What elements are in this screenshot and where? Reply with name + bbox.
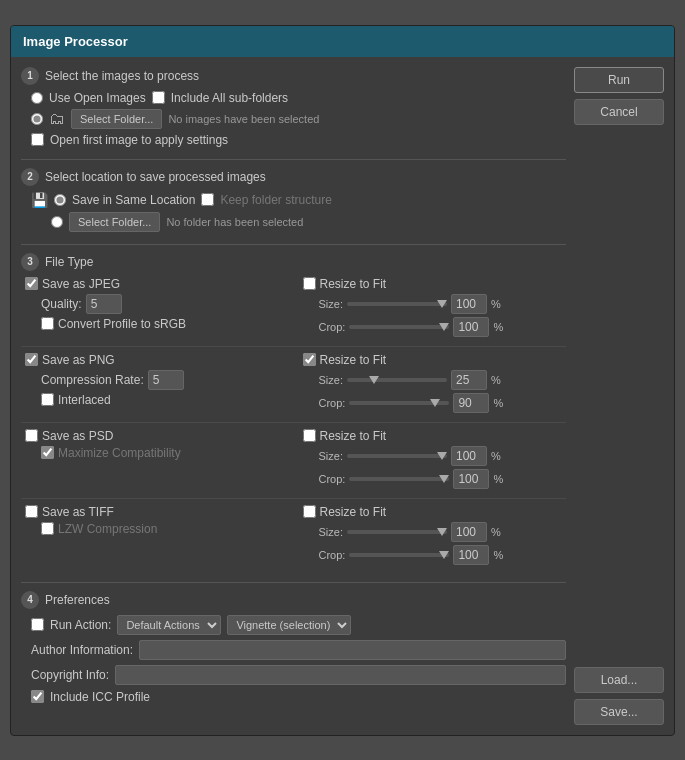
psd-block: Save as PSD Maximize Compatibility Resiz…: [21, 429, 566, 499]
tiff-crop-input[interactable]: [453, 545, 489, 565]
use-open-images-row: Use Open Images Include All sub-folders: [21, 91, 566, 105]
section-1: 1 Select the images to process Use Open …: [21, 67, 566, 160]
run-action-checkbox[interactable]: [31, 618, 44, 631]
save-jpeg-checkbox[interactable]: [25, 277, 38, 290]
tiff-crop-slider[interactable]: [349, 553, 449, 557]
png-compression-label: Compression Rate:: [41, 373, 144, 387]
jpeg-resize-row: Resize to Fit: [299, 277, 567, 291]
png-resize-label: Resize to Fit: [320, 353, 387, 367]
png-interlaced-checkbox[interactable]: [41, 393, 54, 406]
select-folder-radio[interactable]: [31, 113, 43, 125]
author-input[interactable]: [139, 640, 566, 660]
save-psd-checkbox[interactable]: [25, 429, 38, 442]
tiff-resize-label: Resize to Fit: [320, 505, 387, 519]
save-button[interactable]: Save...: [574, 699, 664, 725]
png-crop-row: Crop: %: [299, 393, 567, 413]
copyright-label: Copyright Info:: [31, 668, 109, 682]
step-2-circle: 2: [21, 168, 39, 186]
psd-resize-row: Resize to Fit: [299, 429, 567, 443]
run-button[interactable]: Run: [574, 67, 664, 93]
keep-folder-structure-checkbox[interactable]: [201, 193, 214, 206]
load-button[interactable]: Load...: [574, 667, 664, 693]
include-subfolders-label: Include All sub-folders: [171, 91, 288, 105]
tiff-save-row: Save as TIFF: [21, 505, 289, 519]
jpeg-convert-label: Convert Profile to sRGB: [58, 317, 186, 331]
png-compression-row: Compression Rate:: [21, 370, 289, 390]
save-png-checkbox[interactable]: [25, 353, 38, 366]
tiff-resize-row: Resize to Fit: [299, 505, 567, 519]
cancel-button[interactable]: Cancel: [574, 99, 664, 125]
save-same-location-row: 💾 Save in Same Location Keep folder stru…: [21, 192, 566, 208]
jpeg-quality-input[interactable]: [86, 294, 122, 314]
sidebar: Run Cancel Load... Save...: [574, 67, 664, 725]
open-first-image-row: Open first image to apply settings: [21, 133, 566, 147]
psd-resize-checkbox[interactable]: [303, 429, 316, 442]
step-1-circle: 1: [21, 67, 39, 85]
jpeg-quality-label: Quality:: [41, 297, 82, 311]
jpeg-save-row: Save as JPEG: [21, 277, 289, 291]
default-actions-select[interactable]: Default Actions: [117, 615, 221, 635]
include-icc-checkbox[interactable]: [31, 690, 44, 703]
folder-icon: 🗂: [49, 110, 65, 128]
save-same-location-radio[interactable]: [54, 194, 66, 206]
no-images-status: No images have been selected: [168, 113, 319, 125]
save-psd-label: Save as PSD: [42, 429, 113, 443]
include-subfolders-checkbox[interactable]: [152, 91, 165, 104]
png-size-row: Size: %: [299, 370, 567, 390]
psd-crop-input[interactable]: [453, 469, 489, 489]
select-folder-button[interactable]: Select Folder...: [71, 109, 162, 129]
tiff-size-label: Size:: [319, 526, 343, 538]
open-first-image-checkbox[interactable]: [31, 133, 44, 146]
png-size-slider[interactable]: [347, 378, 447, 382]
jpeg-resize-checkbox[interactable]: [303, 277, 316, 290]
psd-size-input[interactable]: [451, 446, 487, 466]
psd-crop-slider[interactable]: [349, 477, 449, 481]
psd-size-label: Size:: [319, 450, 343, 462]
run-action-label: Run Action:: [50, 618, 111, 632]
png-compression-input[interactable]: [148, 370, 184, 390]
section-1-title: Select the images to process: [45, 69, 199, 83]
save-select-folder-button[interactable]: Select Folder...: [69, 212, 160, 232]
jpeg-crop-label: Crop:: [319, 321, 346, 333]
save-same-location-label: Save in Same Location: [72, 193, 195, 207]
save-folder-radio[interactable]: [51, 216, 63, 228]
png-crop-input[interactable]: [453, 393, 489, 413]
tiff-crop-label: Crop:: [319, 549, 346, 561]
save-tiff-checkbox[interactable]: [25, 505, 38, 518]
jpeg-crop-input[interactable]: [453, 317, 489, 337]
image-processor-dialog: Image Processor 1 Select the images to p…: [10, 25, 675, 736]
png-resize-checkbox[interactable]: [303, 353, 316, 366]
keep-folder-structure-label: Keep folder structure: [220, 193, 331, 207]
jpeg-size-input[interactable]: [451, 294, 487, 314]
jpeg-crop-slider[interactable]: [349, 325, 449, 329]
tiff-crop-row: Crop: %: [299, 545, 567, 565]
section-4: 4 Preferences Run Action: Default Action…: [21, 591, 566, 717]
run-action-row: Run Action: Default Actions Vignette (se…: [21, 615, 566, 635]
png-block: Save as PNG Compression Rate: Interlaced: [21, 353, 566, 423]
tiff-size-input[interactable]: [451, 522, 487, 542]
section-4-title: Preferences: [45, 593, 110, 607]
psd-maximize-checkbox[interactable]: [41, 446, 54, 459]
tiff-lzw-checkbox[interactable]: [41, 522, 54, 535]
use-open-images-radio[interactable]: [31, 92, 43, 104]
png-size-input[interactable]: [451, 370, 487, 390]
png-size-label: Size:: [319, 374, 343, 386]
tiff-size-slider[interactable]: [347, 530, 447, 534]
save-tiff-label: Save as TIFF: [42, 505, 114, 519]
save-png-label: Save as PNG: [42, 353, 115, 367]
jpeg-resize-label: Resize to Fit: [320, 277, 387, 291]
vignette-select[interactable]: Vignette (selection): [227, 615, 351, 635]
png-crop-slider[interactable]: [349, 401, 449, 405]
save-jpeg-label: Save as JPEG: [42, 277, 120, 291]
save-folder-row: Select Folder... No folder has been sele…: [21, 212, 566, 232]
psd-size-slider[interactable]: [347, 454, 447, 458]
copyright-input[interactable]: [115, 665, 566, 685]
tiff-resize-checkbox[interactable]: [303, 505, 316, 518]
jpeg-size-slider[interactable]: [347, 302, 447, 306]
png-resize-row: Resize to Fit: [299, 353, 567, 367]
jpeg-convert-checkbox[interactable]: [41, 317, 54, 330]
step-4-circle: 4: [21, 591, 39, 609]
psd-resize-label: Resize to Fit: [320, 429, 387, 443]
jpeg-convert-row: Convert Profile to sRGB: [21, 317, 289, 331]
png-interlaced-row: Interlaced: [21, 393, 289, 407]
